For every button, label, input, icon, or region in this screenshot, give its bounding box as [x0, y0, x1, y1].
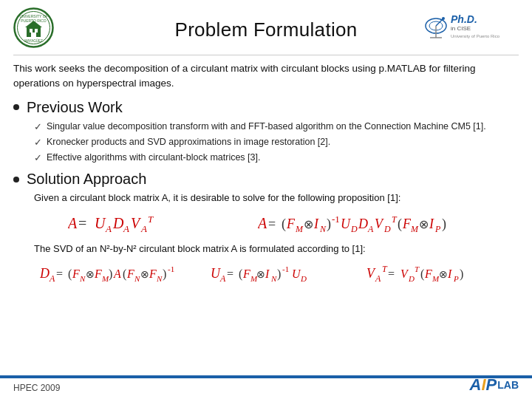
svg-text:N: N: [270, 274, 277, 283]
svg-text:MAYAGÜEZ: MAYAGÜEZ: [24, 38, 43, 43]
formula-5: V A T = V D T ( F M ⊗ I P ): [359, 259, 492, 287]
svg-text:A: A: [219, 273, 226, 284]
svg-text:-1: -1: [282, 265, 289, 273]
svg-text:I: I: [313, 216, 319, 231]
svg-text:(: (: [68, 267, 72, 281]
aip-a-letter: A: [470, 375, 482, 395]
aip-logo: A I P LAB: [470, 375, 519, 395]
phd-logo: Ph.D. in CISE University of Puerto Rico: [423, 7, 519, 44]
svg-text:P: P: [434, 224, 441, 234]
svg-text:=: =: [78, 215, 86, 231]
svg-text:⊗: ⊗: [86, 269, 95, 280]
aip-lab-label: LAB: [497, 379, 519, 391]
svg-text:⊗: ⊗: [419, 218, 429, 231]
svg-text:Ph.D.: Ph.D.: [451, 13, 477, 25]
svg-text:F: F: [126, 267, 134, 280]
svg-text:(: (: [123, 267, 126, 281]
svg-text:(: (: [398, 216, 402, 232]
svg-text:A: A: [68, 215, 78, 231]
svg-text:in CISE: in CISE: [451, 25, 471, 32]
svg-text:=: =: [388, 267, 395, 280]
formula-4: U A = ( F M ⊗ I N ) -1 U D: [203, 259, 336, 287]
svg-text:-1: -1: [168, 265, 174, 273]
svg-text:M: M: [295, 224, 304, 234]
svg-rect-5: [30, 29, 33, 33]
slide: UNIVERSITY OF PUERTO RICO MAYAGÜEZ Probl…: [0, 0, 532, 399]
svg-text:I: I: [429, 216, 434, 231]
svg-text:F: F: [242, 267, 250, 280]
svg-text:I: I: [447, 267, 452, 280]
svg-text:F: F: [94, 267, 102, 280]
page-title: Problem Formulation: [174, 18, 357, 41]
svg-text:⊗: ⊗: [140, 269, 149, 280]
item-text: Singular value decomposition transform w…: [47, 120, 486, 134]
svg-text:V: V: [375, 216, 384, 231]
intro-text: This work seeks the decomposition of a c…: [13, 61, 519, 92]
bullet-icon: [13, 104, 19, 110]
svg-text:M: M: [410, 224, 419, 234]
svg-text:A: A: [49, 273, 55, 284]
item-text: Effective algorithms with circulant-bloc…: [47, 151, 260, 165]
item-text: Kronecker products and SVD approximation…: [47, 136, 330, 149]
bullet-icon: [13, 177, 19, 183]
svg-text:A: A: [123, 223, 129, 234]
svg-text:N: N: [79, 274, 86, 283]
svg-text:A: A: [140, 223, 147, 234]
svg-text:D: D: [358, 216, 368, 231]
svg-text:(: (: [239, 267, 242, 281]
previous-work-items: ✓ Singular value decomposition transform…: [34, 120, 519, 166]
svg-text:I: I: [265, 267, 270, 280]
svg-text:): ): [277, 267, 281, 281]
svg-text:D: D: [383, 224, 391, 234]
solution-title: Solution Approach: [27, 171, 146, 188]
svg-text:University of Puerto Rico: University of Puerto Rico: [451, 34, 500, 38]
checkmark-icon: ✓: [34, 136, 42, 149]
svg-text:A: A: [375, 273, 381, 284]
previous-work-heading: Previous Work: [13, 99, 519, 116]
svg-text:A: A: [113, 267, 121, 280]
svg-text:=: =: [227, 267, 233, 280]
list-item: ✓ Singular value decomposition transform…: [34, 120, 519, 134]
svg-text:A: A: [105, 223, 112, 234]
svg-text:T: T: [382, 264, 388, 274]
svg-text:A: A: [258, 215, 267, 231]
svg-text:⊗: ⊗: [439, 269, 448, 280]
svg-text:D: D: [112, 215, 124, 231]
formula-3: D A = ( F N ⊗ F M ) A ( F N ⊗ F N: [40, 259, 180, 287]
svg-text:): ): [327, 216, 331, 232]
svg-text:): ): [460, 267, 463, 281]
svg-text:T: T: [415, 265, 420, 273]
svg-text:A: A: [367, 224, 374, 234]
formula-row-2: D A = ( F N ⊗ F M ) A ( F N ⊗ F N: [28, 259, 504, 287]
svg-text:D: D: [40, 266, 50, 281]
svg-text:D: D: [350, 224, 358, 234]
svg-text:(: (: [282, 216, 286, 232]
svg-text:⊗: ⊗: [304, 218, 313, 231]
aip-p-letter: P: [486, 375, 497, 395]
svg-text:): ): [442, 216, 446, 232]
svg-text:P: P: [453, 274, 459, 283]
svg-text:F: F: [424, 267, 432, 280]
svg-text:F: F: [72, 267, 80, 280]
svg-text:F: F: [149, 267, 157, 280]
svg-text:N: N: [134, 274, 140, 283]
formula-2: A = ( F M ⊗ I N ) -1 U D D A V D T: [258, 209, 472, 237]
svg-text:U: U: [95, 215, 106, 231]
svg-text:(: (: [420, 267, 424, 281]
list-item: ✓ Effective algorithms with circulant-bl…: [34, 151, 519, 165]
checkmark-icon: ✓: [34, 151, 42, 165]
svg-text:U: U: [341, 216, 351, 231]
svg-text:V: V: [131, 215, 142, 231]
previous-work-title: Previous Work: [27, 99, 123, 116]
bottom-bar: [0, 375, 532, 378]
svg-text:-1: -1: [332, 214, 340, 225]
header: UNIVERSITY OF PUERTO RICO MAYAGÜEZ Probl…: [13, 7, 519, 52]
header-divider: [13, 55, 519, 55]
solution-section: Solution Approach Given a circulant bloc…: [13, 171, 519, 287]
svg-text:N: N: [156, 274, 163, 283]
svg-text:⊗: ⊗: [256, 269, 265, 280]
svg-text:): ): [163, 267, 166, 281]
svg-text:): ): [109, 267, 112, 281]
svd-text: The SVD of an N²-by-N² circulant block m…: [34, 243, 519, 254]
footer-label: HPEC 2009: [13, 383, 60, 393]
